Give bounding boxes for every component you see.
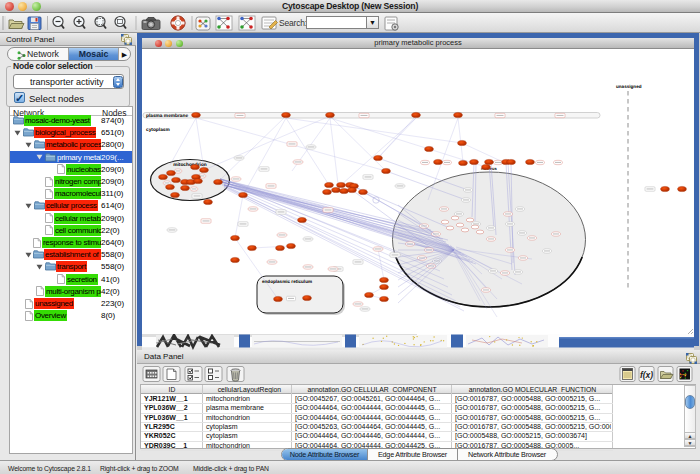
svg-text:cytoplasm: cytoplasm (146, 127, 170, 133)
svg-text:plasma membrane: plasma membrane (146, 113, 188, 119)
svg-text:mitochondrion: mitochondrion (173, 162, 207, 168)
svg-text:unassigned: unassigned (616, 84, 642, 89)
svg-text:endoplasmic reticulum: endoplasmic reticulum (262, 279, 312, 284)
svg-text:f(x): f(x) (640, 370, 653, 380)
